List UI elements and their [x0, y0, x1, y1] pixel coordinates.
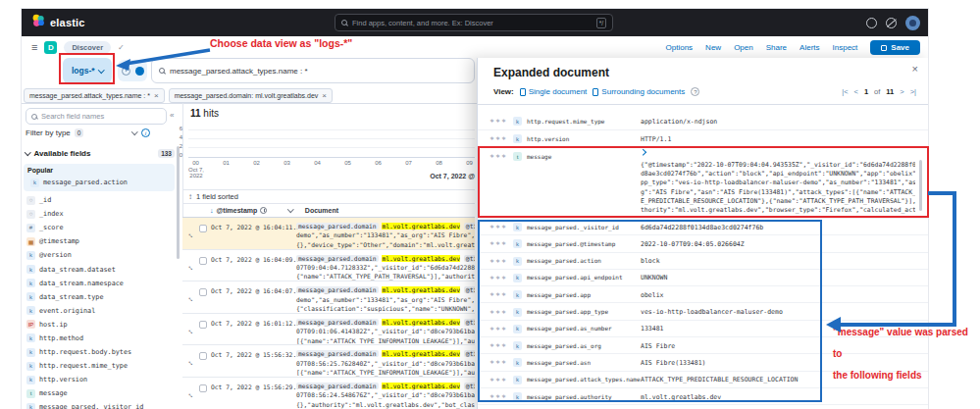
toolbar-menu-link[interactable]: Options [666, 43, 694, 52]
collapse-value-icon[interactable] [640, 149, 645, 155]
document-field-row[interactable]: ∗∗∗ k message_parsed.authority ml.volt.g… [478, 388, 929, 405]
field-actions-icon[interactable]: ∗∗∗ [490, 392, 507, 399]
user-avatar[interactable] [905, 16, 920, 30]
query-menu-group[interactable] [118, 60, 147, 81]
help-icon[interactable]: ? [691, 87, 699, 96]
remove-filter-icon[interactable]: × [154, 91, 159, 100]
expand-row-icon[interactable]: ↔ [187, 256, 195, 274]
expand-row-icon[interactable]: ↔ [187, 383, 195, 401]
prev-page-icon[interactable]: < [854, 87, 858, 96]
expand-row-icon[interactable]: ↔ [187, 224, 195, 241]
field-actions-icon[interactable]: ∗∗∗ [490, 257, 507, 264]
filter-pill[interactable]: message_parsed.attack_types.name : * × [24, 88, 165, 103]
row-checkbox[interactable] [199, 321, 207, 329]
message-scrollbar[interactable] [919, 160, 922, 211]
expand-row-icon[interactable]: ↔ [187, 320, 195, 337]
document-field-row[interactable]: ∗∗∗ k message_parsed.@timestamp 2022-10-… [478, 235, 929, 252]
field-actions-icon[interactable]: ∗∗∗ [490, 152, 507, 159]
expand-row-icon[interactable]: ↔ [187, 351, 195, 369]
sidebar-field-item[interactable]: ○ _id [24, 193, 175, 207]
sidebar-field-item[interactable]: IP host.ip [24, 318, 175, 332]
first-page-icon[interactable]: |< [842, 87, 848, 96]
sidebar-field-item[interactable]: k data_stream.type [24, 290, 175, 304]
sidebar-field-item[interactable]: k http.request.body.bytes [24, 345, 175, 359]
field-actions-icon[interactable]: ∗∗∗ [490, 290, 507, 297]
document-field-row[interactable]: ∗∗∗ k message_parsed._visitor_id 6d6da74… [478, 219, 929, 235]
field-actions-icon[interactable]: ∗∗∗ [490, 325, 507, 332]
sidebar-field-item[interactable]: ○ _index [24, 207, 175, 221]
single-document-link[interactable]: Single document [520, 87, 588, 96]
discover-app-icon[interactable]: D [44, 41, 57, 54]
sidebar-field-item[interactable]: # _score [24, 221, 175, 234]
sidebar-field-item[interactable]: k http.version [24, 373, 175, 386]
timestamp-column-header[interactable]: ↓ @timestamp [210, 207, 267, 214]
row-checkbox[interactable] [199, 225, 207, 232]
sidebar-field-item[interactable]: t message [24, 386, 175, 400]
field-actions-icon[interactable]: ∗∗∗ [490, 341, 507, 348]
field-search-input[interactable]: Search field names [26, 108, 167, 125]
field-actions-icon[interactable]: ∗∗∗ [490, 239, 507, 246]
alerts-muted-icon[interactable] [886, 18, 897, 28]
last-page-icon[interactable]: >| [910, 87, 916, 96]
table-row[interactable]: ↔ Oct 7, 2022 @ 15:56:29.158 message_par… [182, 378, 475, 409]
help-icon[interactable] [866, 18, 877, 28]
filter-pill[interactable]: message_parsed.domain: ml.volt.greatlabs… [169, 88, 333, 103]
next-page-icon[interactable]: > [900, 87, 903, 96]
toolbar-menu-link[interactable]: New [705, 43, 721, 52]
row-checkbox[interactable] [199, 257, 207, 265]
elastic-home-link[interactable]: elastic [31, 14, 85, 31]
document-field-row[interactable]: ∗∗∗ k message_parsed.api_endpoint UNKNOW… [478, 270, 929, 286]
expand-row-icon[interactable]: ↔ [187, 287, 195, 305]
document-field-row[interactable]: ∗∗∗ k http.request.mime_type application… [478, 113, 929, 130]
table-row[interactable]: ↔ Oct 7, 2022 @ 16:04:11.584 message_par… [182, 218, 475, 250]
field-actions-icon[interactable]: ∗∗∗ [490, 358, 507, 365]
field-actions-icon[interactable]: ∗∗∗ [490, 134, 507, 141]
sorted-fields-bar[interactable]: ↕ 1 field sorted [182, 189, 475, 204]
table-row[interactable]: ↔ Oct 7, 2022 @ 15:56:32.077 message_par… [182, 345, 475, 378]
collapse-sidebar-icon[interactable]: « [170, 111, 174, 120]
table-row[interactable]: ↔ Oct 7, 2022 @ 16:04:07.456 message_par… [182, 281, 475, 314]
field-actions-icon[interactable]: ∗∗∗ [490, 308, 507, 315]
query-input[interactable]: message_parsed.attack_types.name : * [151, 58, 475, 83]
sidebar-field-item[interactable]: k data_stream.dataset [24, 262, 175, 276]
sidebar-field-item[interactable]: k event.original [24, 304, 175, 318]
info-icon[interactable]: i [141, 128, 150, 137]
toolbar-menu-link[interactable]: Share [766, 43, 787, 52]
document-field-row[interactable]: ∗∗∗ k message_parsed.app obelix [478, 286, 929, 303]
toolbar-menu-link[interactable]: Alerts [799, 43, 819, 52]
row-checkbox[interactable] [199, 288, 207, 296]
add-filter-icon[interactable] [135, 67, 144, 76]
available-fields-header[interactable]: Available fields 133 [26, 149, 179, 158]
document-field-row[interactable]: ∗∗∗ k message_parsed.app_type ves-io-htt… [478, 304, 929, 321]
field-actions-icon[interactable]: ∗∗∗ [490, 117, 507, 124]
row-checkbox[interactable] [199, 384, 207, 392]
sidebar-field-item[interactable]: k http.method [24, 332, 175, 345]
saved-query-clock-icon[interactable] [122, 67, 130, 76]
menu-hamburger-icon[interactable]: ≡ [31, 42, 37, 53]
filter-by-type-control[interactable]: Filter by type 0 i [26, 128, 179, 137]
save-button[interactable]: Save [870, 40, 920, 55]
table-row[interactable]: ↔ Oct 7, 2022 @ 16:04:09.155 message_par… [182, 250, 475, 282]
sidebar-field-item[interactable]: k @version [24, 248, 175, 262]
data-view-picker[interactable]: logs-* [63, 58, 112, 83]
document-field-row[interactable]: ∗∗∗ k message_parsed.action block [478, 253, 929, 270]
toolbar-menu-link[interactable]: Inspect [833, 43, 858, 52]
table-row[interactable]: ↔ Oct 7, 2022 @ 16:01:12.203 message_par… [182, 314, 475, 346]
field-actions-icon[interactable]: ∗∗∗ [490, 274, 507, 281]
sidebar-field-item[interactable]: k message_parsed._visitor_id [24, 400, 175, 409]
sidebar-field-item[interactable]: k http.request.mime_type [24, 359, 175, 373]
field-actions-icon[interactable]: ∗∗∗ [490, 223, 507, 230]
sidebar-field-item[interactable]: k message_parsed.action [27, 177, 171, 188]
sidebar-scrollbar[interactable] [177, 146, 180, 259]
field-actions-icon[interactable]: ∗∗∗ [490, 376, 507, 383]
document-field-row[interactable]: ∗∗∗ k http.version HTTP/1.1 [478, 130, 929, 148]
breadcrumb[interactable]: Discover [64, 41, 111, 54]
surrounding-documents-link[interactable]: Surrounding documents [593, 87, 685, 96]
message-field-row[interactable]: ∗∗∗ t message {"@timestamp":"2022-10-07T… [478, 148, 929, 219]
remove-filter-icon[interactable]: × [322, 91, 327, 100]
toolbar-menu-link[interactable]: Open [734, 43, 753, 52]
row-checkbox[interactable] [199, 352, 207, 360]
close-icon[interactable]: × [912, 63, 918, 75]
global-search-input[interactable]: Find apps, content, and more. Ex: Discov… [335, 14, 613, 31]
chevron-down-icon[interactable] [287, 206, 293, 212]
